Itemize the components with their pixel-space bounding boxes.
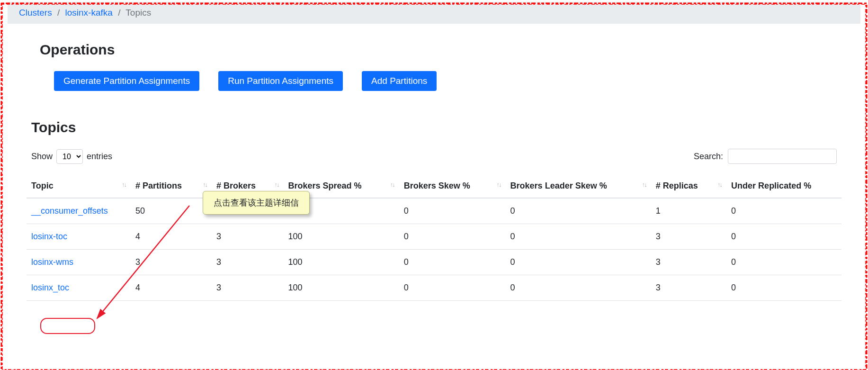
sort-icon: ↑↓ [717, 181, 722, 188]
cell-skew: 0 [399, 198, 506, 224]
annotation-callout: 点击查看该主题详细信 [203, 191, 310, 215]
cell-spread: 100 [284, 224, 399, 250]
cell-under-replicated: 0 [726, 275, 841, 301]
show-label-suffix: entries [87, 152, 112, 162]
cell-skew: 0 [399, 224, 506, 250]
cell-partitions: 4 [131, 224, 212, 250]
cell-partitions: 50 [131, 198, 212, 224]
annotation-highlight-oval [40, 318, 95, 334]
cell-replicas: 3 [651, 250, 726, 275]
table-row: __consumer_offsets5031000010 [27, 198, 841, 224]
sort-icon: ↑↓ [122, 181, 126, 188]
cell-leader-skew: 0 [506, 224, 651, 250]
col-topic[interactable]: Topic↑↓ [27, 174, 131, 198]
sort-icon: ↑↓ [390, 181, 394, 188]
topics-title: Topics [31, 119, 841, 135]
sort-icon: ↑↓ [497, 181, 501, 188]
topic-link[interactable]: losinx_toc [31, 283, 69, 292]
cell-replicas: 1 [651, 198, 726, 224]
topic-link[interactable]: losinx-toc [31, 232, 67, 241]
cell-under-replicated: 0 [726, 224, 841, 250]
col-leader-skew[interactable]: Brokers Leader Skew %↑↓ [506, 174, 651, 198]
breadcrumb-current: Topics [125, 8, 151, 18]
cell-leader-skew: 0 [506, 198, 651, 224]
page-size-select[interactable]: 10 [56, 149, 83, 164]
breadcrumb-cluster-link[interactable]: losinx-kafka [65, 8, 113, 18]
table-row: losinx-wms331000030 [27, 250, 841, 275]
breadcrumb-clusters-link[interactable]: Clusters [19, 8, 52, 18]
cell-leader-skew: 0 [506, 275, 651, 301]
cell-spread: 100 [284, 275, 399, 301]
operations-buttons: Generate Partition Assignments Run Parti… [27, 71, 841, 91]
cell-under-replicated: 0 [726, 250, 841, 275]
run-partition-assignments-button[interactable]: Run Partition Assignments [218, 71, 343, 91]
show-label-prefix: Show [31, 152, 53, 162]
breadcrumb: Clusters / losinx-kafka / Topics [8, 2, 860, 24]
generate-partition-assignments-button[interactable]: Generate Partition Assignments [54, 71, 199, 91]
col-replicas[interactable]: # Replicas↑↓ [651, 174, 726, 198]
cell-partitions: 4 [131, 275, 212, 301]
col-partitions[interactable]: # Partitions↑↓ [131, 174, 212, 198]
topic-link[interactable]: losinx-wms [31, 257, 73, 267]
cell-leader-skew: 0 [506, 250, 651, 275]
topic-link[interactable]: __consumer_offsets [31, 206, 108, 216]
cell-replicas: 3 [651, 224, 726, 250]
sort-icon: ↑↓ [275, 181, 279, 188]
cell-brokers: 3 [212, 275, 284, 301]
cell-brokers: 3 [212, 224, 284, 250]
cell-skew: 0 [399, 275, 506, 301]
topics-table: Topic↑↓ # Partitions↑↓ # Brokers↑↓ Broke… [27, 174, 841, 301]
search-label: Search: [694, 152, 723, 162]
cell-brokers: 3 [212, 250, 284, 275]
col-skew[interactable]: Brokers Skew %↑↓ [399, 174, 506, 198]
cell-replicas: 3 [651, 275, 726, 301]
add-partitions-button[interactable]: Add Partitions [362, 71, 437, 91]
sort-icon: ↑↓ [642, 181, 646, 188]
breadcrumb-sep: / [54, 8, 63, 18]
search-input[interactable] [728, 149, 837, 164]
breadcrumb-sep: / [115, 8, 123, 18]
operations-title: Operations [40, 42, 841, 58]
cell-under-replicated: 0 [726, 198, 841, 224]
cell-partitions: 3 [131, 250, 212, 275]
cell-spread: 100 [284, 250, 399, 275]
cell-skew: 0 [399, 250, 506, 275]
sort-icon: ↑↓ [203, 181, 207, 188]
table-row: losinx-toc431000030 [27, 224, 841, 250]
col-under-replicated[interactable]: Under Replicated % [726, 174, 841, 198]
table-row: losinx_toc431000030 [27, 275, 841, 301]
